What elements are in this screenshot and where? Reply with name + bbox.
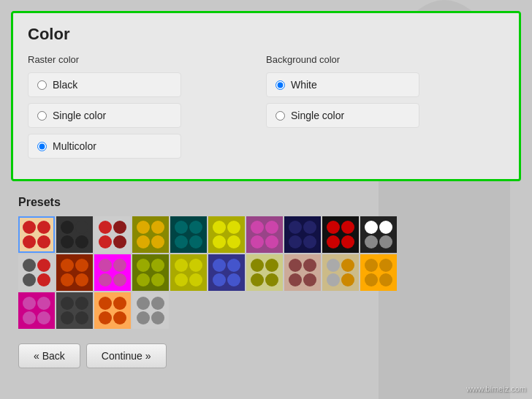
preset-dot [213, 259, 226, 272]
raster-single-label[interactable]: Single color [53, 110, 106, 121]
preset-dot [137, 221, 150, 234]
preset-dot [189, 273, 202, 286]
color-panel-title: Color [28, 25, 504, 44]
raster-multi-option[interactable]: Multicolor [28, 134, 181, 159]
preset-cell-2-2[interactable] [322, 254, 359, 291]
preset-cell-1-3[interactable] [56, 254, 93, 291]
preset-dot [251, 235, 264, 248]
preset-cell-2-7[interactable] [132, 292, 169, 329]
preset-cell-1-5[interactable] [132, 254, 169, 291]
raster-color-label: Raster color [28, 54, 266, 65]
preset-dot [227, 221, 240, 234]
preset-dot [113, 221, 126, 234]
raster-black-option[interactable]: Black [28, 72, 181, 97]
preset-cell-0-0[interactable] [18, 216, 55, 253]
preset-dot [75, 273, 88, 286]
bg-white-radio[interactable] [276, 80, 285, 90]
preset-dot [175, 235, 188, 248]
preset-cell-1-0[interactable] [322, 216, 359, 253]
preset-dot [227, 235, 240, 248]
preset-cell-0-2[interactable] [94, 216, 131, 253]
background-color-label: Background color [266, 54, 504, 65]
preset-cell-0-3[interactable] [132, 216, 169, 253]
preset-dot [379, 221, 392, 234]
main-container: Color Raster color Black Single color Mu… [11, 11, 521, 388]
preset-cell-0-7[interactable] [284, 216, 321, 253]
color-columns: Raster color Black Single color Multicol… [28, 54, 504, 164]
preset-dot [265, 235, 278, 248]
preset-cell-1-4[interactable] [94, 254, 131, 291]
preset-dot [151, 311, 164, 324]
preset-dot [175, 259, 188, 272]
preset-dot [327, 221, 340, 234]
preset-dot [251, 273, 264, 286]
preset-dot [365, 235, 378, 248]
presets-section: Presets [11, 196, 521, 329]
preset-dot [99, 297, 112, 310]
preset-cell-0-6[interactable] [246, 216, 283, 253]
preset-dot [289, 221, 302, 234]
bg-single-label[interactable]: Single color [291, 110, 344, 121]
preset-dot [75, 221, 88, 234]
preset-dot [365, 259, 378, 272]
preset-dot [99, 235, 112, 248]
preset-dot [289, 235, 302, 248]
preset-dot [75, 235, 88, 248]
preset-cell-2-3[interactable] [360, 254, 397, 291]
preset-cell-1-2[interactable] [18, 254, 55, 291]
preset-dot [113, 273, 126, 286]
preset-dot [37, 311, 50, 324]
preset-cell-2-6[interactable] [94, 292, 131, 329]
preset-dot [289, 273, 302, 286]
preset-cell-1-1[interactable] [360, 216, 397, 253]
preset-dot [251, 259, 264, 272]
bg-single-option[interactable]: Single color [266, 103, 419, 128]
preset-dot [99, 273, 112, 286]
preset-dot [61, 311, 74, 324]
preset-dot [189, 259, 202, 272]
preset-dot [227, 259, 240, 272]
back-button[interactable]: « Back [18, 343, 80, 368]
continue-button[interactable]: Continue » [86, 343, 167, 368]
bg-white-label[interactable]: White [291, 79, 317, 91]
preset-cell-2-1[interactable] [284, 254, 321, 291]
raster-multi-label[interactable]: Multicolor [53, 140, 96, 152]
raster-single-option[interactable]: Single color [28, 103, 181, 128]
preset-dot [151, 259, 164, 272]
preset-dot [113, 259, 126, 272]
preset-dot [341, 221, 354, 234]
color-panel: Color Raster color Black Single color Mu… [11, 11, 521, 181]
preset-cell-1-7[interactable] [208, 254, 245, 291]
bg-white-option[interactable]: White [266, 72, 419, 97]
preset-dot [227, 273, 240, 286]
preset-dot [379, 235, 392, 248]
preset-dot [175, 221, 188, 234]
raster-single-radio[interactable] [37, 111, 47, 121]
presets-title: Presets [18, 196, 514, 209]
preset-dot [61, 221, 74, 234]
preset-cell-2-0[interactable] [246, 254, 283, 291]
bg-single-radio[interactable] [276, 111, 285, 121]
preset-dot [37, 235, 50, 248]
raster-multi-radio[interactable] [37, 142, 47, 151]
preset-dot [137, 311, 150, 324]
preset-cell-2-5[interactable] [56, 292, 93, 329]
preset-dot [75, 311, 88, 324]
raster-color-column: Raster color Black Single color Multicol… [28, 54, 266, 164]
preset-cell-2-4[interactable] [18, 292, 55, 329]
preset-dot [99, 259, 112, 272]
preset-cell-0-5[interactable] [208, 216, 245, 253]
preset-dot [23, 311, 36, 324]
preset-dot [37, 273, 50, 286]
bottom-buttons: « Back Continue » [11, 336, 521, 368]
preset-dot [23, 259, 36, 272]
preset-cell-1-6[interactable] [170, 254, 207, 291]
raster-black-label[interactable]: Black [53, 79, 77, 91]
preset-dot [303, 221, 316, 234]
preset-dot [99, 221, 112, 234]
raster-black-radio[interactable] [37, 80, 47, 90]
preset-cell-0-1[interactable] [56, 216, 93, 253]
preset-dot [23, 235, 36, 248]
preset-cell-0-4[interactable] [170, 216, 207, 253]
preset-dot [99, 311, 112, 324]
